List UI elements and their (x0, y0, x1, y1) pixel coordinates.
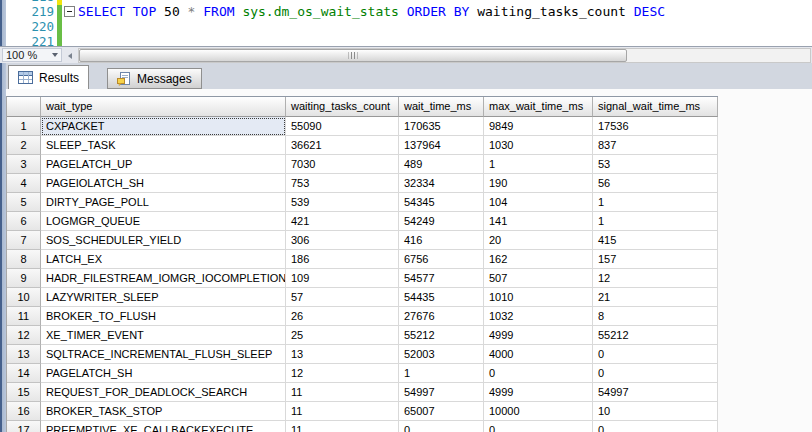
scrollbar-thumb[interactable] (79, 49, 627, 62)
grid-cell[interactable]: 57 (286, 288, 399, 307)
grid-cell[interactable]: 54249 (399, 212, 484, 231)
grid-cell[interactable]: 4999 (484, 326, 593, 345)
row-number-cell[interactable]: 3 (7, 155, 41, 174)
row-number-cell[interactable]: 8 (7, 250, 41, 269)
grid-cell[interactable]: 137964 (399, 136, 484, 155)
grid-cell[interactable]: 539 (286, 193, 399, 212)
column-header[interactable]: max_wait_time_ms (484, 97, 593, 117)
grid-cell[interactable]: 416 (399, 231, 484, 250)
row-number-cell[interactable]: 6 (7, 212, 41, 231)
row-number-cell[interactable]: 16 (7, 402, 41, 421)
row-number-cell[interactable]: 10 (7, 288, 41, 307)
grid-cell[interactable]: 17536 (593, 117, 718, 136)
row-number-cell[interactable]: 5 (7, 193, 41, 212)
grid-cell[interactable]: 157 (593, 250, 718, 269)
grid-cell[interactable]: 753 (286, 174, 399, 193)
grid-cell[interactable]: 54345 (399, 193, 484, 212)
grid-cell[interactable]: 0 (593, 345, 718, 364)
row-number-cell[interactable]: 15 (7, 383, 41, 402)
grid-cell[interactable]: 141 (484, 212, 593, 231)
row-number-cell[interactable]: 17 (7, 421, 41, 432)
grid-cell[interactable]: 32334 (399, 174, 484, 193)
grid-cell[interactable]: 1 (399, 364, 484, 383)
grid-cell[interactable]: 54577 (399, 269, 484, 288)
grid-cell[interactable]: 54997 (593, 383, 718, 402)
column-header[interactable]: waiting_tasks_count (286, 97, 399, 117)
grid-cell[interactable]: 65007 (399, 402, 484, 421)
grid-cell[interactable]: 7030 (286, 155, 399, 174)
grid-cell[interactable]: 11 (286, 402, 399, 421)
grid-cell[interactable]: 53 (593, 155, 718, 174)
grid-cell[interactable]: LATCH_EX (41, 250, 286, 269)
grid-cell[interactable]: 55212 (593, 326, 718, 345)
grid-cell[interactable]: 421 (286, 212, 399, 231)
grid-cell[interactable]: 4999 (484, 383, 593, 402)
grid-cell[interactable]: 55212 (399, 326, 484, 345)
grid-cell[interactable]: 489 (399, 155, 484, 174)
row-number-cell[interactable]: 14 (7, 364, 41, 383)
row-number-cell[interactable]: 13 (7, 345, 41, 364)
scroll-left-button[interactable] (64, 49, 76, 62)
grid-cell[interactable]: 0 (484, 421, 593, 432)
grid-cell[interactable]: 162 (484, 250, 593, 269)
grid-cell[interactable]: REQUEST_FOR_DEADLOCK_SEARCH (41, 383, 286, 402)
grid-cell[interactable]: 1 (593, 212, 718, 231)
horizontal-scrollbar[interactable] (78, 48, 811, 63)
grid-cell[interactable]: 54997 (399, 383, 484, 402)
grid-cell[interactable]: 0 (399, 421, 484, 432)
grid-cell[interactable]: 12 (593, 269, 718, 288)
editor-line[interactable]: 221 (6, 34, 812, 46)
grid-cell[interactable]: 11 (286, 383, 399, 402)
column-header[interactable]: wait_type (41, 97, 286, 117)
grid-cell[interactable]: 13 (286, 345, 399, 364)
grid-cell[interactable]: 1 (484, 155, 593, 174)
grid-cell[interactable]: 186 (286, 250, 399, 269)
row-number-cell[interactable]: 1 (7, 117, 41, 136)
grid-cell[interactable]: 0 (593, 421, 718, 432)
editor-line[interactable]: 220 (6, 19, 812, 34)
grid-cell[interactable]: 507 (484, 269, 593, 288)
grid-cell[interactable]: 10000 (484, 402, 593, 421)
grid-cell[interactable]: CXPACKET (41, 117, 286, 136)
collapse-minus-icon[interactable] (64, 6, 75, 17)
grid-cell[interactable]: 36621 (286, 136, 399, 155)
grid-cell[interactable]: 25 (286, 326, 399, 345)
row-number-cell[interactable]: 7 (7, 231, 41, 250)
grid-cell[interactable]: 12 (286, 364, 399, 383)
grid-cell[interactable]: 20 (484, 231, 593, 250)
grid-cell[interactable]: PAGELATCH_SH (41, 364, 286, 383)
grid-cell[interactable]: 9849 (484, 117, 593, 136)
tab-results[interactable]: Results (8, 65, 89, 89)
grid-cell[interactable]: SOS_SCHEDULER_YIELD (41, 231, 286, 250)
grid-corner-cell[interactable] (7, 97, 41, 117)
grid-cell[interactable]: 109 (286, 269, 399, 288)
row-number-cell[interactable]: 2 (7, 136, 41, 155)
tab-messages[interactable]: Messages (107, 68, 202, 89)
grid-cell[interactable]: 56 (593, 174, 718, 193)
grid-cell[interactable]: 306 (286, 231, 399, 250)
grid-cell[interactable]: 4000 (484, 345, 593, 364)
grid-cell[interactable]: 104 (484, 193, 593, 212)
grid-cell[interactable]: 10 (593, 402, 718, 421)
grid-cell[interactable]: 6756 (399, 250, 484, 269)
row-number-cell[interactable]: 12 (7, 326, 41, 345)
grid-cell[interactable]: 8 (593, 307, 718, 326)
column-header[interactable]: wait_time_ms (399, 97, 484, 117)
grid-cell[interactable]: SLEEP_TASK (41, 136, 286, 155)
grid-cell[interactable]: HADR_FILESTREAM_IOMGR_IOCOMPLETION (41, 269, 286, 288)
grid-cell[interactable]: 21 (593, 288, 718, 307)
grid-cell[interactable]: 54435 (399, 288, 484, 307)
grid-cell[interactable]: 1 (593, 193, 718, 212)
editor-line[interactable]: 219SELECT TOP 50 * FROM sys.dm_os_wait_s… (6, 4, 812, 19)
row-number-cell[interactable]: 9 (7, 269, 41, 288)
column-header[interactable]: signal_wait_time_ms (593, 97, 718, 117)
grid-cell[interactable]: 26 (286, 307, 399, 326)
grid-cell[interactable]: BROKER_TASK_STOP (41, 402, 286, 421)
grid-cell[interactable]: 837 (593, 136, 718, 155)
sql-editor[interactable]: 218219SELECT TOP 50 * FROM sys.dm_os_wai… (6, 0, 812, 46)
grid-cell[interactable]: SQLTRACE_INCREMENTAL_FLUSH_SLEEP (41, 345, 286, 364)
grid-cell[interactable]: 190 (484, 174, 593, 193)
grid-cell[interactable]: 1010 (484, 288, 593, 307)
zoom-dropdown[interactable]: 100 % (2, 48, 62, 62)
grid-cell[interactable]: 1030 (484, 136, 593, 155)
